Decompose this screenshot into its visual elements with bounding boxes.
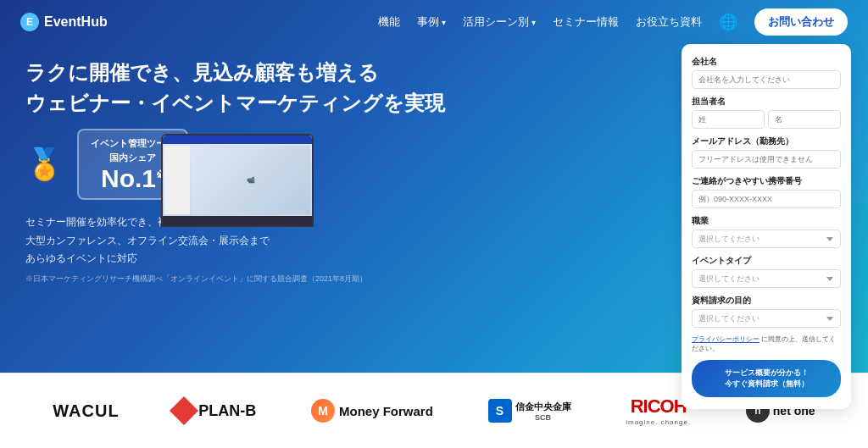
privacy-link[interactable]: プライバシーポリシー (692, 335, 760, 343)
person-name-row (692, 110, 841, 129)
logo[interactable]: E EventHub (20, 13, 108, 31)
ricoh-sub: imagine. change. (626, 418, 691, 426)
email-input[interactable] (692, 150, 841, 169)
purpose-select[interactable]: 選択してください (692, 309, 841, 328)
submit-line1: サービス概要が分かる！ (698, 368, 834, 379)
phone-input[interactable] (692, 190, 841, 208)
laptop-mockup: 📹 (161, 134, 314, 227)
company-label: 会社名 (692, 56, 841, 68)
ricoh-text: RICOH (631, 395, 687, 418)
header: E EventHub 機能 事例 ▾ 活用シーン別 ▾ セミナー情報 お役立ち資… (0, 0, 868, 44)
badge-area: 🏅 イベント管理ツール 国内シェア No.1※ (25, 129, 500, 200)
money-forward-logo: M Money Forward (311, 399, 433, 423)
trophy-icon: 🏅 (25, 147, 64, 182)
logo-text: EventHub (44, 14, 108, 30)
privacy-notice: プライバシーポリシー に同意の上、送信してください。 (692, 335, 841, 353)
event-type-label: イベントタイプ (692, 255, 841, 267)
phone-label: ご連絡がつきやすい携帯番号 (692, 175, 841, 187)
nav-features[interactable]: 機能 (378, 14, 400, 30)
industry-field-group: 職業 選択してください (692, 215, 841, 248)
hero-note: ※日本マーケティングリサーチ機構調べ「オンラインイベント」に関する競合調査（20… (25, 274, 500, 285)
nav-resources[interactable]: お役立ち資料 (636, 14, 702, 30)
nav-scenes[interactable]: 活用シーン別 ▾ (463, 14, 536, 30)
email-label: メールアドレス（勤務先） (692, 136, 841, 147)
shinkin-logo: S 信金中央金庫 SCB (488, 399, 571, 423)
nav-cases[interactable]: 事例 ▾ (417, 14, 446, 30)
hero-title: ラクに開催でき、見込み顧客も増える ウェビナー・イベントマーケティングを実現 (25, 58, 500, 119)
logo-icon: E (20, 13, 39, 31)
event-type-select[interactable]: 選択してください (692, 269, 841, 288)
contact-button[interactable]: お問い合わせ (754, 8, 848, 36)
event-type-field-group: イベントタイプ 選択してください (692, 255, 841, 288)
chevron-down-icon: ▾ (531, 18, 536, 27)
first-name-input[interactable] (768, 110, 841, 129)
purpose-field-group: 資料請求の目的 選択してください (692, 295, 841, 328)
navigation: 機能 事例 ▾ 活用シーン別 ▾ セミナー情報 お役立ち資料 🌐 お問い合わせ (378, 8, 848, 36)
chevron-down-icon: ▾ (442, 18, 446, 27)
planb-logo: PLAN-B (174, 401, 256, 421)
email-field-group: メールアドレス（勤務先） (692, 136, 841, 169)
phone-field-group: ご連絡がつきやすい携帯番号 (692, 175, 841, 208)
shinkin-icon: S (488, 399, 512, 423)
globe-icon[interactable]: 🌐 (719, 13, 737, 31)
person-label: 担当者名 (692, 96, 841, 108)
industry-label: 職業 (692, 215, 841, 227)
purpose-label: 資料請求の目的 (692, 295, 841, 307)
shinkin-text: 信金中央金庫 (515, 401, 571, 413)
hero-content: ラクに開催でき、見込み顧客も増える ウェビナー・イベントマーケティングを実現 🏅… (25, 58, 500, 285)
money-forward-icon: M (311, 399, 335, 423)
planb-text: PLAN-B (198, 402, 256, 420)
laptop-screen: 📹 (163, 136, 312, 216)
money-forward-text: Money Forward (339, 404, 433, 418)
wacul-logo: WACUL (53, 401, 119, 421)
company-input[interactable] (692, 70, 841, 89)
submit-line2: 今すぐ資料請求（無料） (698, 379, 834, 390)
person-field-group: 担当者名 (692, 96, 841, 129)
nav-seminar[interactable]: セミナー情報 (553, 14, 619, 30)
contact-form: 会社名 担当者名 メールアドレス（勤務先） ご連絡がつきやすい携帯番号 職業 選… (682, 44, 851, 409)
last-name-input[interactable] (692, 110, 765, 129)
submit-button[interactable]: サービス概要が分かる！ 今すぐ資料請求（無料） (692, 360, 841, 396)
shinkin-scb: SCB (515, 413, 571, 422)
company-field-group: 会社名 (692, 56, 841, 89)
industry-select[interactable]: 選択してください (692, 230, 841, 248)
